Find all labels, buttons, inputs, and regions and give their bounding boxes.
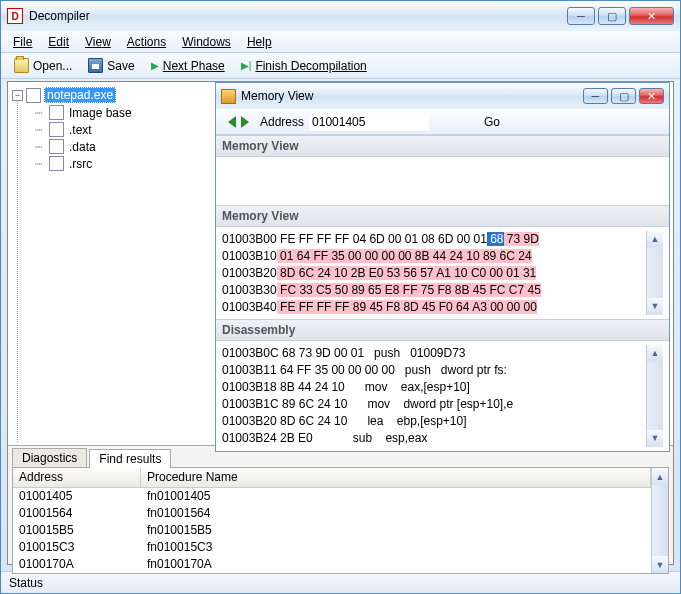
result-row[interactable]: 010015C3fn010015C3: [13, 539, 651, 556]
save-icon: [88, 58, 103, 73]
scroll-up-icon[interactable]: ▲: [652, 468, 668, 485]
results-header: Address Procedure Name: [13, 468, 651, 488]
document-icon: [49, 122, 64, 137]
disasm-scrollbar[interactable]: ▲▼: [646, 345, 663, 447]
hex-row[interactable]: 01003B00 FE FF FF FF 04 6D 00 01 08 6D 0…: [222, 231, 646, 248]
save-button[interactable]: Save: [83, 56, 139, 75]
disassembly-row[interactable]: 01003B20 8D 6C 24 10 lea ebp,[esp+10]: [222, 413, 646, 430]
result-row[interactable]: 0100170Afn0100170A: [13, 556, 651, 573]
go-button[interactable]: Go: [484, 115, 500, 129]
menu-windows[interactable]: Windows: [176, 33, 237, 51]
scroll-up-icon[interactable]: ▲: [647, 231, 663, 248]
disassembly-header: Disassembly: [216, 319, 669, 341]
open-button[interactable]: Open...: [9, 56, 77, 75]
tree-node-rsrc[interactable]: ┈.rsrc: [30, 155, 202, 172]
result-row[interactable]: 01001405fn01001405: [13, 488, 651, 505]
address-label: Address: [260, 115, 304, 129]
main-window: D Decompiler ─ ▢ ✕ File Edit View Action…: [0, 0, 681, 594]
finish-decompilation-button[interactable]: ▶|Finish Decompilation: [236, 57, 372, 75]
address-input[interactable]: [309, 113, 429, 131]
document-icon: [49, 105, 64, 120]
folder-open-icon: [14, 58, 29, 73]
fast-forward-icon: ▶|: [241, 60, 252, 71]
workspace: − notepad.exe ┈Image base ┈.text ┈.data …: [8, 82, 673, 446]
memory-view-header-2: Memory View: [216, 205, 669, 227]
hex-row[interactable]: 01003B40 FE FF FF FF 89 45 F8 8D 45 F0 6…: [222, 299, 646, 316]
hex-row[interactable]: 01003B20 8D 6C 24 10 2B E0 53 56 57 A1 1…: [222, 265, 646, 282]
memview-maximize-button[interactable]: ▢: [611, 88, 636, 104]
memory-view-toolbar: Address Go: [216, 109, 669, 135]
close-button[interactable]: ✕: [629, 7, 674, 25]
status-text: Status: [9, 576, 43, 590]
memory-hex-panel[interactable]: 01003B00 FE FF FF FF 04 6D 00 01 08 6D 0…: [216, 227, 669, 319]
disassembly-row[interactable]: 01003B11 64 FF 35 00 00 00 00 push dword…: [222, 362, 646, 379]
column-address[interactable]: Address: [13, 468, 141, 487]
nav-forward-button[interactable]: [241, 116, 249, 128]
next-phase-button[interactable]: ▶Next Phase: [146, 57, 230, 75]
bottom-panel: Diagostics Find results Address Procedur…: [8, 446, 673, 564]
menu-actions[interactable]: Actions: [121, 33, 172, 51]
results-list[interactable]: 01001405fn0100140501001564fn010015640100…: [13, 488, 651, 573]
disassembly-row[interactable]: 01003B24 2B E0 sub esp,eax: [222, 430, 646, 447]
column-procedure[interactable]: Procedure Name: [141, 468, 651, 487]
finish-label: Finish Decompilation: [255, 59, 366, 73]
tree-node-text[interactable]: ┈.text: [30, 121, 202, 138]
toolbar: Open... Save ▶Next Phase ▶|Finish Decomp…: [1, 53, 680, 79]
memory-view-icon: [221, 89, 236, 104]
next-phase-label: Next Phase: [163, 59, 225, 73]
exe-icon: [26, 88, 41, 103]
maximize-button[interactable]: ▢: [598, 7, 626, 25]
tree-root-label: notepad.exe: [44, 87, 116, 103]
memory-view-header-1: Memory View: [216, 135, 669, 157]
disassembly-row[interactable]: 01003B0C 68 73 9D 00 01 push 01009D73: [222, 345, 646, 362]
menu-help[interactable]: Help: [241, 33, 278, 51]
memory-view-titlebar[interactable]: Memory View ─ ▢ ✕: [216, 83, 669, 109]
nav-back-button[interactable]: [228, 116, 236, 128]
tree-label: .data: [67, 140, 98, 154]
play-icon: ▶: [151, 60, 159, 71]
scroll-down-icon[interactable]: ▼: [647, 298, 663, 315]
tree-label: .text: [67, 123, 94, 137]
app-icon: D: [7, 8, 23, 24]
memory-view-title: Memory View: [241, 89, 583, 103]
hex-scrollbar[interactable]: ▲▼: [646, 231, 663, 315]
tree-label: Image base: [67, 106, 134, 120]
tab-find-results[interactable]: Find results: [89, 449, 171, 468]
open-label: Open...: [33, 59, 72, 73]
disassembly-panel[interactable]: 01003B0C 68 73 9D 00 01 push 01009D73010…: [216, 341, 669, 451]
tab-diagnostics[interactable]: Diagostics: [12, 448, 87, 467]
titlebar[interactable]: D Decompiler ─ ▢ ✕: [1, 1, 680, 31]
minimize-button[interactable]: ─: [567, 7, 595, 25]
memory-view-window[interactable]: Memory View ─ ▢ ✕ Address Go Memory View…: [215, 82, 670, 452]
disassembly-row[interactable]: 01003B18 8B 44 24 10 mov eax,[esp+10]: [222, 379, 646, 396]
results-scrollbar[interactable]: ▲▼: [651, 468, 668, 573]
memview-close-button[interactable]: ✕: [639, 88, 664, 104]
memview-minimize-button[interactable]: ─: [583, 88, 608, 104]
menu-file[interactable]: File: [7, 33, 38, 51]
tree-label: .rsrc: [67, 157, 94, 171]
find-results-panel: Address Procedure Name 01001405fn0100140…: [12, 467, 669, 574]
statusbar: Status: [1, 571, 680, 593]
menubar: File Edit View Actions Windows Help: [1, 31, 680, 53]
tree-node-data[interactable]: ┈.data: [30, 138, 202, 155]
document-icon: [49, 139, 64, 154]
scroll-down-icon[interactable]: ▼: [652, 556, 668, 573]
window-title: Decompiler: [29, 9, 567, 23]
file-tree[interactable]: − notepad.exe ┈Image base ┈.text ┈.data …: [8, 82, 206, 445]
memory-view-panel-1[interactable]: [216, 157, 669, 205]
collapse-icon[interactable]: −: [12, 90, 23, 101]
client-area: − notepad.exe ┈Image base ┈.text ┈.data …: [7, 81, 674, 565]
disassembly-row[interactable]: 01003B1C 89 6C 24 10 mov dword ptr [esp+…: [222, 396, 646, 413]
document-icon: [49, 156, 64, 171]
tree-node-image-base[interactable]: ┈Image base: [30, 104, 202, 121]
tree-root[interactable]: − notepad.exe: [12, 86, 202, 104]
result-row[interactable]: 010015B5fn010015B5: [13, 522, 651, 539]
scroll-down-icon[interactable]: ▼: [647, 430, 663, 447]
menu-edit[interactable]: Edit: [42, 33, 75, 51]
menu-view[interactable]: View: [79, 33, 117, 51]
scroll-up-icon[interactable]: ▲: [647, 345, 663, 362]
result-row[interactable]: 01001564fn01001564: [13, 505, 651, 522]
save-label: Save: [107, 59, 134, 73]
hex-row[interactable]: 01003B10 01 64 FF 35 00 00 00 00 8B 44 2…: [222, 248, 646, 265]
hex-row[interactable]: 01003B30 FC 33 C5 50 89 65 E8 FF 75 F8 8…: [222, 282, 646, 299]
